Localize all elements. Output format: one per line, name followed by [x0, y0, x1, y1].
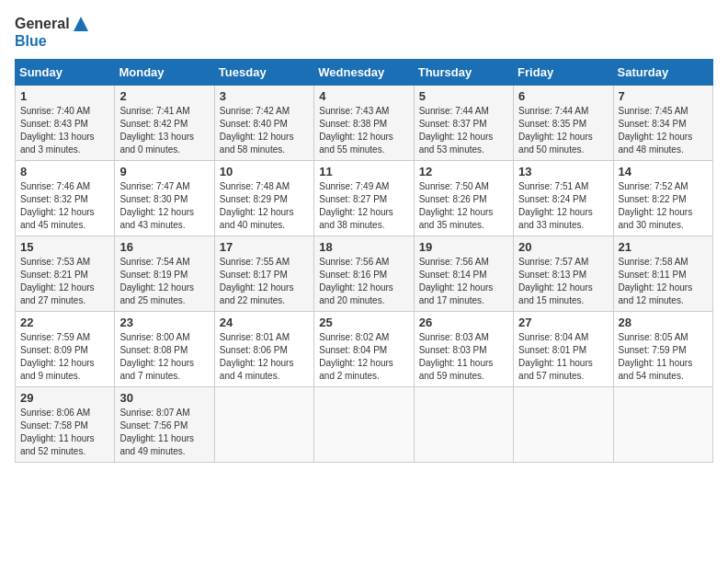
day-info: Sunrise: 7:51 AM Sunset: 8:24 PM Dayligh… — [518, 180, 608, 232]
day-info: Sunrise: 7:44 AM Sunset: 8:35 PM Dayligh… — [518, 105, 608, 156]
day-number: 12 — [419, 165, 508, 178]
logo-triangle-icon — [72, 15, 90, 33]
day-info: Sunrise: 8:05 AM Sunset: 7:59 PM Dayligh… — [619, 331, 708, 383]
calendar-week-row: 29 Sunrise: 8:06 AM Sunset: 7:58 PM Dayl… — [16, 386, 713, 462]
calendar-cell: 26 Sunrise: 8:03 AM Sunset: 8:03 PM Dayl… — [414, 311, 513, 386]
col-header-friday: Friday — [514, 59, 613, 85]
calendar-cell — [613, 386, 712, 462]
day-info: Sunrise: 7:59 AM Sunset: 8:09 PM Dayligh… — [20, 331, 109, 383]
day-info: Sunrise: 7:55 AM Sunset: 8:17 PM Dayligh… — [220, 256, 309, 307]
col-header-wednesday: Wednesday — [314, 59, 414, 85]
calendar-table: SundayMondayTuesdayWednesdayThursdayFrid… — [15, 59, 713, 463]
calendar-cell — [414, 386, 513, 462]
day-number: 26 — [419, 316, 508, 329]
calendar-cell: 30 Sunrise: 8:07 AM Sunset: 7:56 PM Dayl… — [115, 386, 214, 462]
day-number: 1 — [20, 89, 109, 103]
calendar-cell: 12 Sunrise: 7:50 AM Sunset: 8:26 PM Dayl… — [414, 160, 513, 236]
day-number: 21 — [619, 240, 708, 254]
logo-blue-text: Blue — [15, 33, 90, 50]
calendar-cell: 19 Sunrise: 7:56 AM Sunset: 8:14 PM Dayl… — [414, 236, 513, 311]
col-header-monday: Monday — [115, 59, 214, 85]
calendar-cell: 7 Sunrise: 7:45 AM Sunset: 8:34 PM Dayli… — [613, 85, 712, 160]
day-number: 4 — [319, 89, 408, 103]
day-number: 15 — [20, 240, 109, 254]
day-info: Sunrise: 7:57 AM Sunset: 8:13 PM Dayligh… — [518, 256, 608, 307]
day-info: Sunrise: 8:06 AM Sunset: 7:58 PM Dayligh… — [20, 407, 109, 458]
day-number: 22 — [20, 316, 109, 329]
day-info: Sunrise: 8:00 AM Sunset: 8:08 PM Dayligh… — [119, 331, 209, 383]
page-header: General Blue — [15, 15, 713, 50]
day-info: Sunrise: 7:56 AM Sunset: 8:16 PM Dayligh… — [319, 256, 408, 307]
col-header-tuesday: Tuesday — [214, 59, 313, 85]
logo-general-text: General — [15, 16, 70, 32]
day-info: Sunrise: 7:46 AM Sunset: 8:32 PM Dayligh… — [20, 180, 109, 232]
day-number: 11 — [319, 165, 408, 178]
day-number: 13 — [518, 165, 608, 178]
day-number: 19 — [419, 240, 508, 254]
logo: General Blue — [15, 15, 90, 50]
calendar-cell: 18 Sunrise: 7:56 AM Sunset: 8:16 PM Dayl… — [314, 236, 414, 311]
day-info: Sunrise: 7:53 AM Sunset: 8:21 PM Dayligh… — [20, 256, 109, 307]
calendar-week-row: 22 Sunrise: 7:59 AM Sunset: 8:09 PM Dayl… — [16, 311, 713, 386]
day-info: Sunrise: 7:49 AM Sunset: 8:27 PM Dayligh… — [319, 180, 408, 232]
calendar-cell: 13 Sunrise: 7:51 AM Sunset: 8:24 PM Dayl… — [514, 160, 613, 236]
day-info: Sunrise: 8:01 AM Sunset: 8:06 PM Dayligh… — [220, 331, 309, 383]
day-number: 30 — [119, 391, 209, 405]
day-info: Sunrise: 7:52 AM Sunset: 8:22 PM Dayligh… — [619, 180, 708, 232]
calendar-cell: 5 Sunrise: 7:44 AM Sunset: 8:37 PM Dayli… — [414, 85, 513, 160]
calendar-cell: 28 Sunrise: 8:05 AM Sunset: 7:59 PM Dayl… — [613, 311, 712, 386]
day-number: 14 — [619, 165, 708, 178]
day-number: 6 — [518, 89, 608, 103]
calendar-cell: 22 Sunrise: 7:59 AM Sunset: 8:09 PM Dayl… — [16, 311, 115, 386]
day-number: 23 — [119, 316, 209, 329]
day-number: 20 — [518, 240, 608, 254]
day-info: Sunrise: 7:41 AM Sunset: 8:42 PM Dayligh… — [119, 105, 209, 156]
calendar-week-row: 15 Sunrise: 7:53 AM Sunset: 8:21 PM Dayl… — [16, 236, 713, 311]
day-number: 29 — [20, 391, 109, 405]
day-number: 3 — [220, 89, 309, 103]
calendar-cell: 6 Sunrise: 7:44 AM Sunset: 8:35 PM Dayli… — [514, 85, 613, 160]
calendar-cell: 10 Sunrise: 7:48 AM Sunset: 8:29 PM Dayl… — [214, 160, 313, 236]
calendar-cell: 4 Sunrise: 7:43 AM Sunset: 8:38 PM Dayli… — [314, 85, 414, 160]
day-number: 17 — [220, 240, 309, 254]
day-info: Sunrise: 7:56 AM Sunset: 8:14 PM Dayligh… — [419, 256, 508, 307]
calendar-cell: 24 Sunrise: 8:01 AM Sunset: 8:06 PM Dayl… — [214, 311, 313, 386]
calendar-cell: 2 Sunrise: 7:41 AM Sunset: 8:42 PM Dayli… — [115, 85, 214, 160]
calendar-cell: 21 Sunrise: 7:58 AM Sunset: 8:11 PM Dayl… — [613, 236, 712, 311]
calendar-cell — [214, 386, 313, 462]
day-info: Sunrise: 7:43 AM Sunset: 8:38 PM Dayligh… — [319, 105, 408, 156]
logo-container: General Blue — [15, 15, 90, 50]
day-info: Sunrise: 7:44 AM Sunset: 8:37 PM Dayligh… — [419, 105, 508, 156]
calendar-week-row: 8 Sunrise: 7:46 AM Sunset: 8:32 PM Dayli… — [16, 160, 713, 236]
day-number: 28 — [619, 316, 708, 329]
day-number: 5 — [419, 89, 508, 103]
col-header-saturday: Saturday — [613, 59, 712, 85]
calendar-cell: 8 Sunrise: 7:46 AM Sunset: 8:32 PM Dayli… — [16, 160, 115, 236]
day-info: Sunrise: 8:04 AM Sunset: 8:01 PM Dayligh… — [518, 331, 608, 383]
day-info: Sunrise: 7:42 AM Sunset: 8:40 PM Dayligh… — [220, 105, 309, 156]
day-info: Sunrise: 7:45 AM Sunset: 8:34 PM Dayligh… — [619, 105, 708, 156]
day-info: Sunrise: 7:54 AM Sunset: 8:19 PM Dayligh… — [119, 256, 209, 307]
calendar-cell — [514, 386, 613, 462]
calendar-cell: 9 Sunrise: 7:47 AM Sunset: 8:30 PM Dayli… — [115, 160, 214, 236]
calendar-cell: 17 Sunrise: 7:55 AM Sunset: 8:17 PM Dayl… — [214, 236, 313, 311]
day-info: Sunrise: 7:50 AM Sunset: 8:26 PM Dayligh… — [419, 180, 508, 232]
day-number: 2 — [119, 89, 209, 103]
day-info: Sunrise: 8:02 AM Sunset: 8:04 PM Dayligh… — [319, 331, 408, 383]
day-info: Sunrise: 7:40 AM Sunset: 8:43 PM Dayligh… — [20, 105, 109, 156]
calendar-header-row: SundayMondayTuesdayWednesdayThursdayFrid… — [16, 59, 713, 85]
day-number: 27 — [518, 316, 608, 329]
day-number: 24 — [220, 316, 309, 329]
col-header-sunday: Sunday — [16, 59, 115, 85]
calendar-cell: 20 Sunrise: 7:57 AM Sunset: 8:13 PM Dayl… — [514, 236, 613, 311]
day-info: Sunrise: 8:07 AM Sunset: 7:56 PM Dayligh… — [119, 407, 209, 458]
calendar-cell: 1 Sunrise: 7:40 AM Sunset: 8:43 PM Dayli… — [16, 85, 115, 160]
calendar-cell: 15 Sunrise: 7:53 AM Sunset: 8:21 PM Dayl… — [16, 236, 115, 311]
calendar-cell: 16 Sunrise: 7:54 AM Sunset: 8:19 PM Dayl… — [115, 236, 214, 311]
day-number: 8 — [20, 165, 109, 178]
calendar-cell: 23 Sunrise: 8:00 AM Sunset: 8:08 PM Dayl… — [115, 311, 214, 386]
day-number: 7 — [619, 89, 708, 103]
day-number: 16 — [119, 240, 209, 254]
svg-marker-0 — [74, 17, 88, 31]
day-number: 18 — [319, 240, 408, 254]
